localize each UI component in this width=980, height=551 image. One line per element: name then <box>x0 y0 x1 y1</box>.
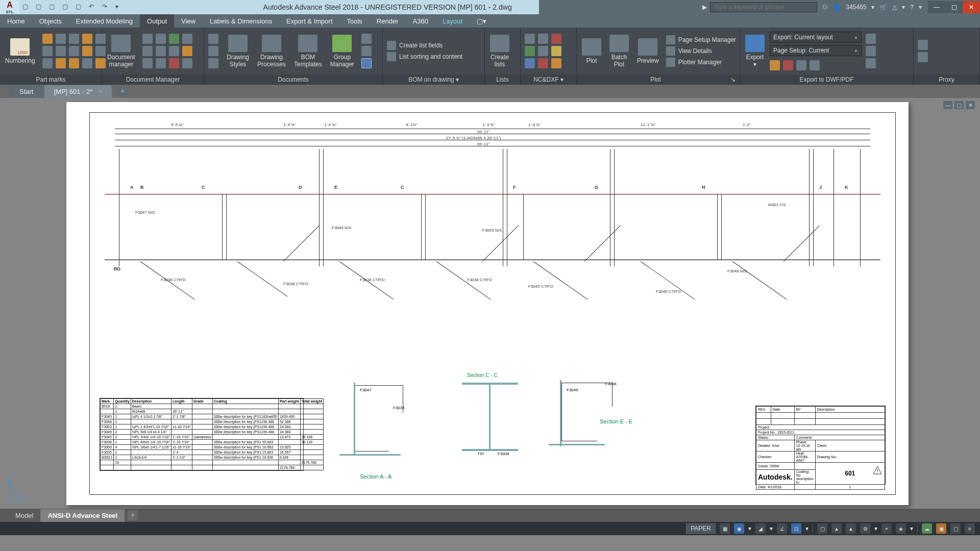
bom-templates-button[interactable]: BOMTemplates <box>291 33 325 70</box>
tab-view[interactable]: View <box>174 14 203 28</box>
batch-plot-button[interactable]: BatchPlot <box>606 33 632 70</box>
clean-icon[interactable]: ▢ <box>950 523 961 534</box>
search-input[interactable] <box>710 2 817 12</box>
qat-new-icon[interactable]: ▢ <box>22 3 31 11</box>
doc-icon[interactable] <box>361 34 372 44</box>
page-setup-manager-button[interactable]: Page Setup Manager <box>666 35 736 44</box>
tab-render[interactable]: Render <box>370 14 406 28</box>
qat-save-icon[interactable]: ▢ <box>49 3 57 11</box>
tab-current-drawing[interactable]: [MP] 601 - 2*× <box>44 85 111 98</box>
nc-icon[interactable] <box>525 34 535 44</box>
tab-start[interactable]: Start <box>10 85 42 98</box>
dm-icon[interactable] <box>142 58 153 68</box>
ortho-icon[interactable]: ◢ <box>755 523 766 534</box>
ribbon-extra-icon[interactable]: ▢▾ <box>470 14 494 28</box>
dm-icon[interactable] <box>182 34 192 44</box>
document-manager-button[interactable]: Document manager <box>104 33 138 70</box>
qat-open-icon[interactable]: ▢ <box>36 3 44 11</box>
pm-icon[interactable] <box>82 46 92 56</box>
dm-icon[interactable] <box>142 34 153 44</box>
exp-icon[interactable] <box>866 58 876 68</box>
pm-icon[interactable] <box>56 58 66 68</box>
export-button[interactable]: Export▾ <box>742 33 768 70</box>
osnap-dropdown-icon[interactable]: ▾ <box>805 525 808 532</box>
tab-extended-modeling[interactable]: Extended Modeling <box>69 14 140 28</box>
nc-icon[interactable] <box>551 34 561 44</box>
tab-export-import[interactable]: Export & Import <box>279 14 339 28</box>
page-setup-dropdown[interactable]: Page Setup: Current <box>770 45 862 56</box>
tab-model[interactable]: Model <box>8 509 40 522</box>
create-list-fields-button[interactable]: Create list fields <box>387 41 462 50</box>
vp-minimize-icon[interactable]: ― <box>943 101 952 109</box>
doc-icon[interactable] <box>361 58 372 68</box>
panel-title[interactable]: BOM on drawing ▾ <box>383 74 484 85</box>
nc-icon[interactable] <box>551 46 561 56</box>
search-play-icon[interactable]: ▶ <box>702 4 707 11</box>
plus-icon[interactable]: + <box>881 523 892 534</box>
customize-icon[interactable]: ≡ <box>965 523 975 534</box>
tab-tools[interactable]: Tools <box>340 14 370 28</box>
proxy-icon[interactable] <box>918 52 928 62</box>
vp-scale-icon[interactable]: ▢ <box>817 523 827 534</box>
dm-icon[interactable] <box>169 46 179 56</box>
dm-icon[interactable] <box>169 58 179 68</box>
tab-home[interactable]: Home <box>0 14 32 28</box>
iso-icon[interactable]: ◈ <box>896 523 906 534</box>
app-logo[interactable]: A STL <box>0 0 19 14</box>
tab-a360[interactable]: A360 <box>406 14 435 28</box>
panel-title[interactable]: Plot↘ <box>577 74 740 85</box>
exchange-icon[interactable]: 🛒 <box>879 4 887 11</box>
vp-close-icon[interactable]: ✕ <box>966 101 975 109</box>
add-layout-button[interactable]: + <box>128 510 138 520</box>
exp-icon[interactable] <box>866 46 876 56</box>
nc-icon[interactable] <box>551 58 561 68</box>
tab-objects[interactable]: Objects <box>32 14 69 28</box>
preview-button[interactable]: Preview <box>634 36 662 66</box>
doc-icon[interactable] <box>208 34 218 44</box>
annotation2-icon[interactable]: ▲ <box>846 523 856 534</box>
doc-icon[interactable] <box>208 58 218 68</box>
pm-icon[interactable] <box>42 34 53 44</box>
pm-icon[interactable] <box>42 58 53 68</box>
group-manager-button[interactable]: GroupManager <box>327 33 357 70</box>
close-button[interactable]: ✕ <box>963 1 980 13</box>
pm-icon[interactable] <box>69 46 79 56</box>
plot-button[interactable]: Plot <box>579 36 604 66</box>
export-icon[interactable] <box>810 60 820 70</box>
doc-icon[interactable] <box>361 46 372 56</box>
exp-icon[interactable] <box>866 34 876 44</box>
help-icon[interactable]: ? <box>910 4 914 11</box>
gear-dropdown-icon[interactable]: ▾ <box>874 525 877 532</box>
pm-icon[interactable] <box>82 34 92 44</box>
dm-icon[interactable] <box>156 34 166 44</box>
title-dropdown2-icon[interactable]: ▾ <box>902 4 905 11</box>
export-icon[interactable] <box>770 60 780 70</box>
dm-icon[interactable] <box>156 46 166 56</box>
list-sorting-button[interactable]: List sorting and content <box>387 52 462 61</box>
nc-icon[interactable] <box>538 46 548 56</box>
nc-icon[interactable] <box>525 46 535 56</box>
plotter-manager-button[interactable]: Plotter Manager <box>666 58 736 67</box>
tab-layout[interactable]: Layout <box>435 14 470 28</box>
space-toggle[interactable]: PAPER <box>686 523 716 534</box>
export-icon[interactable] <box>796 60 806 70</box>
maximize-button[interactable]: ▢ <box>945 1 963 13</box>
gear-icon[interactable]: ⚙ <box>860 523 870 534</box>
view-details-button[interactable]: View Details <box>666 46 736 56</box>
help-dropdown-icon[interactable]: ▾ <box>919 4 922 11</box>
annotation-icon[interactable]: ▲ <box>831 523 842 534</box>
snap-dropdown-icon[interactable]: ▾ <box>748 525 751 532</box>
doc-icon[interactable] <box>208 46 218 56</box>
pm-icon[interactable] <box>42 46 53 56</box>
dm-icon[interactable] <box>182 58 192 68</box>
user-icon[interactable]: 👤 <box>833 4 841 11</box>
nc-icon[interactable] <box>525 58 535 68</box>
nc-icon[interactable] <box>538 58 548 68</box>
tab-labels-dimensions[interactable]: Labels & Dimensions <box>203 14 279 28</box>
signin-icon[interactable]: ⚇ <box>822 4 828 11</box>
dm-icon[interactable] <box>182 46 192 56</box>
osnap-icon[interactable]: ⊡ <box>791 523 801 534</box>
pm-icon[interactable] <box>56 34 66 44</box>
tab-layout-ansi-d[interactable]: ANSI-D Advance Steel <box>40 509 125 522</box>
autodesk-icon[interactable]: △ <box>892 4 897 11</box>
